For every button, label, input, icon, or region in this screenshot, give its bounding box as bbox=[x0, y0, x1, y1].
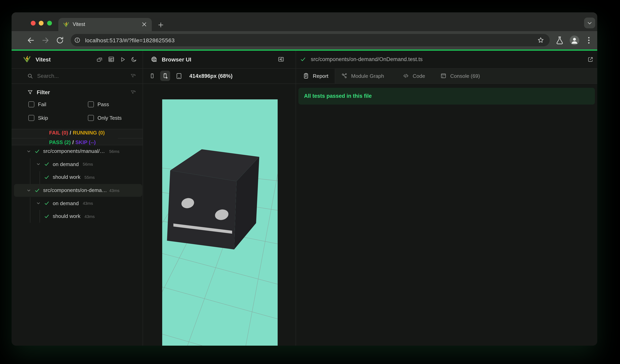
browser-tab[interactable]: Vitest bbox=[58, 18, 152, 31]
profile-avatar[interactable] bbox=[570, 35, 579, 45]
divider bbox=[12, 138, 47, 138]
pass-check-icon bbox=[34, 188, 40, 193]
pass-check-icon bbox=[44, 201, 49, 206]
test-file-row[interactable]: src/components/manual/… 56ms bbox=[12, 145, 143, 158]
clear-filter-icon[interactable] bbox=[130, 73, 136, 79]
app-title: Vitest bbox=[36, 56, 96, 62]
chevron-down-icon[interactable] bbox=[26, 149, 31, 154]
url-text: localhost:5173/#/?file=1828625563 bbox=[85, 37, 537, 43]
preview-iframe[interactable] bbox=[162, 99, 278, 346]
sidebar: Vitest bbox=[12, 50, 143, 346]
dark-mode-moon-icon[interactable] bbox=[131, 56, 137, 62]
forward-icon[interactable] bbox=[41, 36, 50, 44]
device-phone-small-icon[interactable] bbox=[149, 72, 155, 80]
banner-text: All tests passed in this file bbox=[304, 93, 372, 99]
pass-check-icon bbox=[34, 148, 40, 154]
filter-section: Filter Fail Pass Skip bbox=[12, 84, 143, 129]
filter-option-pass[interactable]: Pass bbox=[88, 101, 109, 107]
browser-toolbar: localhost:5173/#/?file=1828625563 bbox=[12, 31, 597, 49]
all-tests-passed-banner: All tests passed in this file bbox=[298, 87, 595, 104]
skip-count: SKIP (--) bbox=[75, 139, 96, 145]
chevron-down-icon[interactable] bbox=[26, 188, 31, 193]
test-case-row[interactable]: should work 55ms bbox=[12, 171, 143, 184]
test-suite-row[interactable]: on demand 56ms bbox=[12, 158, 143, 171]
viewport-size-label: 414x896px (68%) bbox=[189, 73, 232, 79]
search-input[interactable]: Search... bbox=[37, 73, 130, 79]
tab-search-button[interactable] bbox=[584, 17, 595, 28]
divider bbox=[118, 138, 143, 138]
close-tab-icon[interactable] bbox=[141, 21, 148, 28]
open-panel-right-icon[interactable] bbox=[278, 56, 284, 63]
test-summary: FAIL (0)/RUNNING (0) PASS (2)/SKIP (--) bbox=[12, 129, 143, 145]
dashboard-icon[interactable] bbox=[108, 56, 115, 63]
pass-count: PASS (2) bbox=[49, 139, 71, 145]
site-info-icon[interactable] bbox=[74, 37, 81, 44]
filter-title: Filter bbox=[37, 89, 50, 95]
tab-console[interactable]: Console (69) bbox=[440, 68, 480, 83]
tab-title: Vitest bbox=[73, 22, 141, 27]
close-window-button[interactable] bbox=[31, 21, 35, 26]
robot-cube bbox=[167, 149, 259, 249]
clipboard-icon bbox=[303, 73, 309, 79]
tab-strip: Vitest bbox=[12, 12, 597, 31]
report-panel: src/components/on-demand/OnDemand.test.t… bbox=[296, 50, 597, 346]
reload-icon[interactable] bbox=[56, 36, 64, 44]
vitest-favicon bbox=[63, 22, 69, 28]
checkbox[interactable] bbox=[88, 101, 94, 107]
filter-option-fail[interactable]: Fail bbox=[28, 101, 46, 107]
checkbox[interactable] bbox=[88, 115, 94, 121]
external-link-icon[interactable] bbox=[587, 56, 594, 62]
filter-option-skip[interactable]: Skip bbox=[28, 115, 48, 121]
screen: Vitest bbox=[0, 0, 620, 364]
globe-icon bbox=[151, 56, 157, 63]
test-file-row-selected[interactable]: src/components/on-dema… 43ms bbox=[12, 184, 143, 197]
run-all-icon[interactable] bbox=[119, 56, 126, 62]
test-file-path: src/components/on-demand/OnDemand.test.t… bbox=[311, 56, 587, 62]
collapse-tests-icon[interactable] bbox=[96, 56, 103, 62]
new-tab-button[interactable] bbox=[155, 20, 166, 30]
vitest-logo-icon bbox=[23, 56, 31, 63]
filter-funnel-icon bbox=[27, 89, 33, 95]
pass-check-icon bbox=[44, 175, 49, 180]
test-case-row[interactable]: should work 43ms bbox=[12, 210, 143, 223]
threejs-scene bbox=[162, 99, 278, 346]
bookmark-star-icon[interactable] bbox=[537, 36, 544, 44]
pass-check-icon bbox=[44, 214, 49, 219]
search-bar[interactable]: Search... bbox=[12, 68, 143, 84]
chevron-down-icon[interactable] bbox=[36, 162, 41, 167]
tab-report[interactable]: Report bbox=[296, 68, 335, 83]
test-suite-row[interactable]: on demand 43ms bbox=[12, 197, 143, 210]
device-tablet-icon[interactable] bbox=[175, 72, 183, 80]
address-bar[interactable]: localhost:5173/#/?file=1828625563 bbox=[71, 34, 550, 46]
checkbox[interactable] bbox=[28, 101, 34, 107]
pass-check-icon bbox=[44, 161, 49, 167]
browser-window: Vitest bbox=[12, 12, 597, 346]
checkbox[interactable] bbox=[28, 115, 34, 121]
module-graph-icon bbox=[341, 73, 348, 79]
experiments-flask-icon[interactable] bbox=[555, 35, 564, 45]
vitest-ui: Vitest bbox=[12, 50, 597, 346]
clear-filter-icon[interactable] bbox=[130, 89, 136, 95]
minimize-window-button[interactable] bbox=[39, 21, 44, 26]
back-icon[interactable] bbox=[26, 36, 35, 44]
fail-count: FAIL (0) bbox=[49, 130, 68, 135]
file-pass-check-icon bbox=[300, 56, 306, 62]
browser-ui-panel: Browser UI bbox=[143, 50, 296, 346]
tab-module-graph[interactable]: Module Graph bbox=[341, 68, 384, 83]
code-icon bbox=[403, 73, 409, 79]
panel-title: Browser UI bbox=[162, 56, 278, 62]
filter-option-only-tests[interactable]: Only Tests bbox=[88, 115, 122, 121]
device-phone-selected-button[interactable] bbox=[160, 71, 170, 81]
test-progress-bar bbox=[12, 49, 597, 50]
device-phone-plus-icon bbox=[162, 72, 168, 80]
search-icon bbox=[27, 73, 33, 79]
report-tab-bar: Report Module Graph bbox=[296, 68, 597, 84]
chevron-down-icon[interactable] bbox=[36, 201, 41, 206]
console-icon bbox=[440, 73, 447, 79]
maximize-window-button[interactable] bbox=[47, 21, 52, 26]
running-count: RUNNING (0) bbox=[73, 130, 105, 135]
browser-menu-icon[interactable] bbox=[584, 35, 594, 45]
test-tree: src/components/manual/… 56ms on demand 5… bbox=[12, 145, 143, 346]
tab-code[interactable]: Code bbox=[403, 68, 425, 83]
